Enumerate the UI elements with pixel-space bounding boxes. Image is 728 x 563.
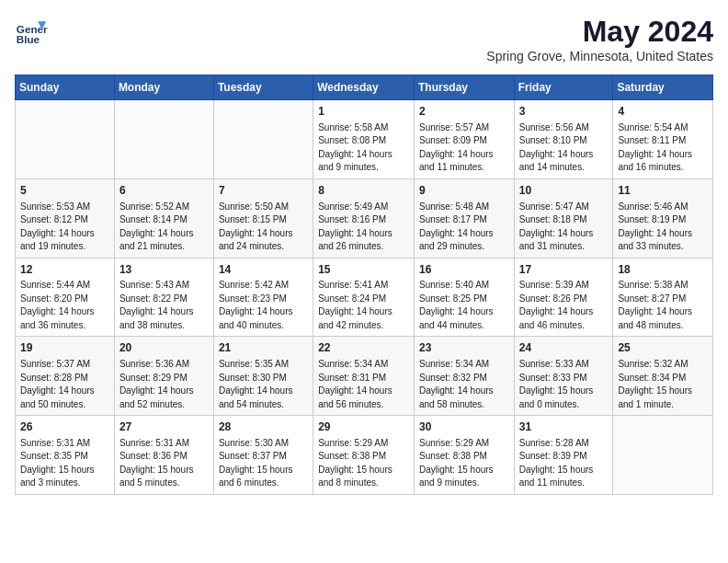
col-header-saturday: Saturday [613, 75, 713, 100]
day-number: 18 [618, 262, 708, 278]
calendar-cell: 15Sunrise: 5:41 AM Sunset: 8:24 PM Dayli… [313, 258, 415, 337]
calendar-cell: 14Sunrise: 5:42 AM Sunset: 8:23 PM Dayli… [213, 258, 313, 337]
col-header-thursday: Thursday [414, 75, 514, 100]
cell-info: Sunrise: 5:35 AM Sunset: 8:30 PM Dayligh… [219, 358, 308, 411]
cell-info: Sunrise: 5:47 AM Sunset: 8:18 PM Dayligh… [519, 201, 609, 254]
day-number: 4 [618, 104, 708, 120]
calendar-cell: 1Sunrise: 5:58 AM Sunset: 8:08 PM Daylig… [313, 100, 415, 179]
calendar-cell: 29Sunrise: 5:29 AM Sunset: 8:38 PM Dayli… [313, 416, 415, 495]
calendar-cell: 25Sunrise: 5:32 AM Sunset: 8:34 PM Dayli… [613, 337, 713, 416]
day-number: 16 [419, 262, 509, 278]
day-number: 8 [318, 183, 409, 199]
cell-info: Sunrise: 5:48 AM Sunset: 8:17 PM Dayligh… [419, 201, 509, 254]
day-number: 12 [20, 262, 109, 278]
calendar-cell: 11Sunrise: 5:46 AM Sunset: 8:19 PM Dayli… [613, 178, 713, 258]
calendar-cell: 19Sunrise: 5:37 AM Sunset: 8:28 PM Dayli… [16, 337, 115, 416]
cell-info: Sunrise: 5:33 AM Sunset: 8:33 PM Dayligh… [519, 358, 609, 411]
cell-info: Sunrise: 5:32 AM Sunset: 8:34 PM Dayligh… [618, 358, 708, 411]
cell-info: Sunrise: 5:29 AM Sunset: 8:38 PM Dayligh… [419, 437, 509, 490]
calendar-cell: 4Sunrise: 5:54 AM Sunset: 8:11 PM Daylig… [613, 100, 713, 179]
calendar-cell: 5Sunrise: 5:53 AM Sunset: 8:12 PM Daylig… [16, 178, 115, 258]
header-row: SundayMondayTuesdayWednesdayThursdayFrid… [16, 75, 713, 100]
calendar-cell: 20Sunrise: 5:36 AM Sunset: 8:29 PM Dayli… [114, 337, 213, 416]
day-number: 24 [519, 340, 609, 356]
svg-text:Blue: Blue [17, 33, 40, 45]
day-number: 21 [219, 340, 308, 356]
week-row-4: 19Sunrise: 5:37 AM Sunset: 8:28 PM Dayli… [16, 337, 713, 416]
day-number: 22 [318, 340, 409, 356]
calendar-cell: 12Sunrise: 5:44 AM Sunset: 8:20 PM Dayli… [16, 258, 115, 337]
col-header-wednesday: Wednesday [313, 75, 415, 100]
week-row-5: 26Sunrise: 5:31 AM Sunset: 8:35 PM Dayli… [16, 416, 713, 495]
day-number: 9 [419, 183, 509, 199]
logo: General Blue [15, 15, 48, 48]
calendar-cell: 23Sunrise: 5:34 AM Sunset: 8:32 PM Dayli… [414, 337, 514, 416]
col-header-tuesday: Tuesday [213, 75, 313, 100]
day-number: 23 [419, 340, 509, 356]
calendar-cell: 21Sunrise: 5:35 AM Sunset: 8:30 PM Dayli… [213, 337, 313, 416]
page-header: General Blue May 2024 Spring Grove, Minn… [15, 15, 713, 63]
week-row-3: 12Sunrise: 5:44 AM Sunset: 8:20 PM Dayli… [16, 258, 713, 337]
cell-info: Sunrise: 5:57 AM Sunset: 8:09 PM Dayligh… [419, 121, 509, 175]
day-number: 13 [119, 262, 209, 278]
title-block: May 2024 Spring Grove, Minnesota, United… [486, 15, 713, 63]
cell-info: Sunrise: 5:39 AM Sunset: 8:26 PM Dayligh… [519, 279, 609, 332]
calendar-cell: 9Sunrise: 5:48 AM Sunset: 8:17 PM Daylig… [414, 178, 514, 258]
day-number: 25 [618, 340, 708, 356]
cell-info: Sunrise: 5:49 AM Sunset: 8:16 PM Dayligh… [318, 201, 409, 254]
cell-info: Sunrise: 5:36 AM Sunset: 8:29 PM Dayligh… [119, 358, 209, 411]
day-number: 5 [20, 183, 109, 199]
calendar-cell: 16Sunrise: 5:40 AM Sunset: 8:25 PM Dayli… [414, 258, 514, 337]
calendar-cell: 3Sunrise: 5:56 AM Sunset: 8:10 PM Daylig… [514, 100, 613, 179]
day-number: 20 [119, 340, 209, 356]
cell-info: Sunrise: 5:46 AM Sunset: 8:19 PM Dayligh… [618, 201, 708, 254]
calendar-cell: 18Sunrise: 5:38 AM Sunset: 8:27 PM Dayli… [613, 258, 713, 337]
cell-info: Sunrise: 5:34 AM Sunset: 8:32 PM Dayligh… [419, 358, 509, 411]
cell-info: Sunrise: 5:50 AM Sunset: 8:15 PM Dayligh… [219, 201, 308, 254]
day-number: 19 [20, 340, 109, 356]
calendar-cell: 2Sunrise: 5:57 AM Sunset: 8:09 PM Daylig… [414, 100, 514, 179]
calendar-cell: 17Sunrise: 5:39 AM Sunset: 8:26 PM Dayli… [514, 258, 613, 337]
calendar-cell: 6Sunrise: 5:52 AM Sunset: 8:14 PM Daylig… [114, 178, 213, 258]
cell-info: Sunrise: 5:53 AM Sunset: 8:12 PM Dayligh… [20, 201, 109, 254]
cell-info: Sunrise: 5:52 AM Sunset: 8:14 PM Dayligh… [119, 201, 209, 254]
day-number: 26 [20, 419, 109, 435]
calendar-cell: 26Sunrise: 5:31 AM Sunset: 8:35 PM Dayli… [16, 416, 115, 495]
day-number: 29 [318, 419, 409, 435]
day-number: 3 [519, 104, 609, 120]
cell-info: Sunrise: 5:56 AM Sunset: 8:10 PM Dayligh… [519, 121, 609, 175]
day-number: 30 [419, 419, 509, 435]
cell-info: Sunrise: 5:54 AM Sunset: 8:11 PM Dayligh… [618, 121, 708, 175]
calendar-cell [213, 100, 313, 179]
day-number: 28 [219, 419, 308, 435]
day-number: 10 [519, 183, 609, 199]
calendar-cell: 30Sunrise: 5:29 AM Sunset: 8:38 PM Dayli… [414, 416, 514, 495]
cell-info: Sunrise: 5:43 AM Sunset: 8:22 PM Dayligh… [119, 279, 209, 332]
day-number: 11 [618, 183, 708, 199]
col-header-sunday: Sunday [16, 75, 115, 100]
day-number: 27 [119, 419, 209, 435]
calendar-cell: 7Sunrise: 5:50 AM Sunset: 8:15 PM Daylig… [213, 178, 313, 258]
day-number: 7 [219, 183, 308, 199]
month-title: May 2024 [486, 15, 713, 49]
calendar-cell: 24Sunrise: 5:33 AM Sunset: 8:33 PM Dayli… [514, 337, 613, 416]
cell-info: Sunrise: 5:44 AM Sunset: 8:20 PM Dayligh… [20, 279, 109, 332]
calendar-cell [114, 100, 213, 179]
calendar-cell: 27Sunrise: 5:31 AM Sunset: 8:36 PM Dayli… [114, 416, 213, 495]
col-header-monday: Monday [114, 75, 213, 100]
calendar-table: SundayMondayTuesdayWednesdayThursdayFrid… [15, 75, 713, 495]
cell-info: Sunrise: 5:34 AM Sunset: 8:31 PM Dayligh… [318, 358, 409, 411]
cell-info: Sunrise: 5:37 AM Sunset: 8:28 PM Dayligh… [20, 358, 109, 411]
day-number: 1 [318, 104, 409, 120]
location: Spring Grove, Minnesota, United States [486, 49, 713, 63]
calendar-cell: 10Sunrise: 5:47 AM Sunset: 8:18 PM Dayli… [514, 178, 613, 258]
calendar-cell: 8Sunrise: 5:49 AM Sunset: 8:16 PM Daylig… [313, 178, 415, 258]
cell-info: Sunrise: 5:31 AM Sunset: 8:36 PM Dayligh… [119, 437, 209, 490]
week-row-1: 1Sunrise: 5:58 AM Sunset: 8:08 PM Daylig… [16, 100, 713, 179]
calendar-cell: 13Sunrise: 5:43 AM Sunset: 8:22 PM Dayli… [114, 258, 213, 337]
day-number: 17 [519, 262, 609, 278]
week-row-2: 5Sunrise: 5:53 AM Sunset: 8:12 PM Daylig… [16, 178, 713, 258]
calendar-cell: 31Sunrise: 5:28 AM Sunset: 8:39 PM Dayli… [514, 416, 613, 495]
cell-info: Sunrise: 5:29 AM Sunset: 8:38 PM Dayligh… [318, 437, 409, 490]
day-number: 2 [419, 104, 509, 120]
